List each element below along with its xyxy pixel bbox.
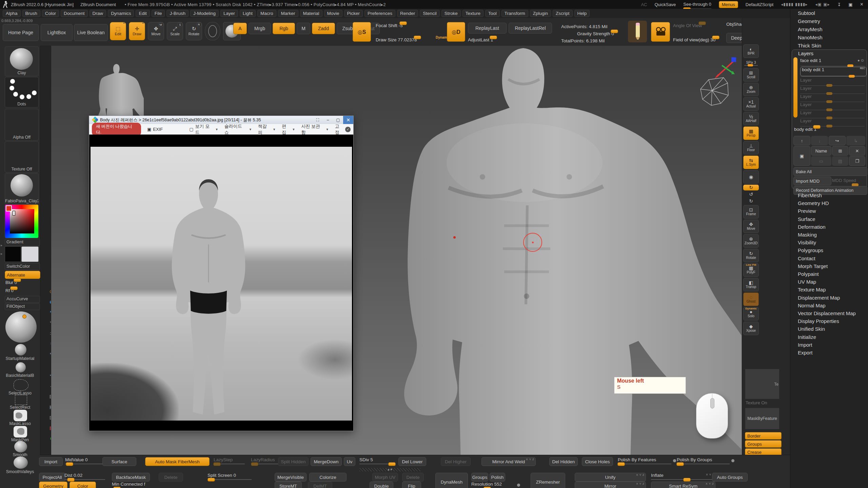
home-page-button[interactable]: Home Page (3, 24, 39, 41)
blur-slider[interactable]: Blur 0 (5, 280, 37, 285)
panel-section[interactable]: Surface (798, 216, 815, 222)
bottom-bar-item[interactable]: Auto Groups (712, 473, 748, 482)
menu-item[interactable]: Alpha (3, 10, 21, 17)
menu-item[interactable]: Picker (344, 10, 363, 17)
panel-section[interactable]: Texture Map (798, 287, 826, 292)
panel-section[interactable]: Display Properties (798, 318, 839, 324)
layer-row[interactable]: face edit 1 ● ⊙ (800, 58, 865, 65)
draw-size-slider[interactable]: Draw Size 77.02378 (376, 37, 433, 42)
panel-section[interactable]: FiberMesh (798, 192, 822, 198)
menu-item[interactable]: J-Brush (166, 10, 189, 17)
menu-item[interactable]: Zplugin (530, 10, 551, 17)
right-shelf-button[interactable]: ◧ Transp (743, 278, 759, 291)
right-shelf-button[interactable]: ✥ Move (743, 220, 759, 233)
field-of-view-slider[interactable]: Field of view(deg) 30 (673, 37, 721, 42)
slider-track[interactable] (64, 479, 105, 480)
default-zscript-button[interactable]: DefaultZScript (746, 2, 773, 7)
smooth-valleys-brush-icon[interactable] (14, 456, 28, 469)
bake-all-button[interactable]: Bake All (793, 167, 867, 176)
layer-row-empty[interactable]: Layer (800, 78, 865, 85)
right-shelf-button[interactable]: ↻ Rotate (743, 249, 759, 262)
menu-item[interactable]: Layer (220, 10, 238, 17)
bottom-bar-item[interactable]: Polish By Groups (677, 457, 730, 466)
current-material-sphere[interactable] (5, 311, 37, 343)
right-shelf-button[interactable]: ↻ (743, 198, 759, 204)
slider-knob[interactable] (813, 125, 821, 129)
bottom-bar-item[interactable]: Polish (490, 473, 505, 482)
layers-header[interactable]: Layers (798, 50, 813, 56)
pin-toggle[interactable]: 고정✓ (335, 123, 351, 136)
menu-item[interactable]: Help (574, 10, 590, 17)
panel-section[interactable]: Preview (798, 208, 816, 214)
menu-item[interactable]: Macro (257, 10, 276, 17)
right-shelf-button[interactable]: ◐ BPR (743, 44, 759, 58)
menus-button[interactable]: Menus (719, 1, 738, 8)
viewer-close-button[interactable]: ✕ (343, 116, 353, 124)
gravity-strength-slider[interactable]: Gravity Strength 0 (577, 31, 625, 36)
layer-eye-icon[interactable]: ● ⊙ (857, 58, 864, 63)
menu-item[interactable]: Stencil (420, 10, 440, 17)
see-through-slider[interactable]: See-through 0 (683, 2, 711, 7)
panel-section[interactable]: Deformation (798, 224, 826, 230)
tray-divider-chevron-icon[interactable]: ▸ (1, 252, 2, 256)
stroke-selector[interactable]: Dots (5, 77, 39, 107)
draw-size-icon[interactable]: ◎S (353, 22, 371, 42)
right-shelf-button[interactable]: Dynamic ● Solo (743, 307, 759, 321)
accucurve-button[interactable]: AccuCurve (5, 296, 40, 303)
panel-section[interactable]: Export (798, 350, 812, 355)
exif-button[interactable]: ▣EXIF (147, 127, 163, 132)
adjust-last-icon[interactable]: ◎D (447, 22, 465, 42)
fill-object-button[interactable]: FillObject (5, 303, 40, 310)
rename-layer-button[interactable]: Name (811, 146, 831, 156)
split-layer-button[interactable]: ▤ (832, 156, 848, 166)
mask-by-feature-button[interactable]: MaskByFeature (745, 408, 780, 429)
paint-mode-button[interactable]: Zadd (312, 23, 335, 34)
border-button[interactable]: Border (745, 432, 782, 440)
right-shelf-button[interactable]: ×1 Actual (743, 97, 759, 111)
panel-section[interactable]: Geometry HD (798, 200, 829, 206)
slider-knob[interactable] (414, 36, 421, 39)
replay-last-rel-button[interactable]: ReplayLastRel (509, 23, 552, 34)
bottom-bar-item[interactable]: Del Higher (441, 457, 471, 466)
main-color-swatch[interactable] (5, 246, 21, 262)
right-shelf-button[interactable]: ↺ (743, 191, 759, 197)
menu-item[interactable]: Stroke (441, 10, 461, 17)
bottom-bar-item[interactable]: Mirror And Weld X Y Z (481, 457, 536, 466)
layer-redo-button[interactable]: ↪ (829, 136, 846, 145)
bottom-bar-item[interactable]: Color (70, 482, 96, 488)
adjust-last-slider[interactable]: AdjustLast 1 (468, 37, 542, 42)
bottom-bar-item[interactable]: Del Hidden (549, 457, 578, 466)
right-shelf-button[interactable]: Dynamic ▦ Persp (743, 126, 759, 140)
bottom-bar-item[interactable]: LazyStep (214, 457, 245, 466)
bottom-bar-item[interactable]: Geometry (39, 482, 67, 488)
layer-row-empty[interactable]: Layer (800, 110, 865, 118)
right-shelf-button[interactable]: ⊡ Frame (743, 205, 759, 219)
tray-divider-chevron-icon[interactable]: ▸ (1, 243, 2, 247)
texture-preview-box[interactable]: Te (745, 369, 780, 399)
live-boolean-button[interactable]: Live Boolean (74, 24, 108, 41)
right-shelf-button[interactable]: ½ AAHalf (743, 112, 759, 125)
layer-row-selected[interactable]: body edit 1 REC (800, 67, 867, 76)
duplicate-layer-button[interactable]: ⊞ (832, 146, 848, 156)
paint-mode-button[interactable]: M (297, 23, 310, 34)
panel-section[interactable]: Polygroups (798, 247, 823, 253)
bottom-bar-item[interactable]: Inflate X Y Z (651, 473, 715, 482)
startup-material-sphere[interactable] (15, 344, 26, 355)
bottom-bar-item[interactable]: Split Hidden (278, 457, 309, 466)
layers-scrollbar[interactable] (793, 57, 797, 118)
menu-item[interactable]: Document (61, 10, 88, 17)
layer-row-empty[interactable]: Layer (800, 118, 865, 126)
bottom-bar-item[interactable]: Unify X Y Z (575, 473, 646, 482)
panel-section[interactable]: Polypaint (798, 271, 819, 277)
slider-knob[interactable] (712, 36, 719, 39)
layer-intensity-knob[interactable] (849, 75, 855, 78)
viewer-minimize-button[interactable]: – (323, 116, 333, 124)
tool-button[interactable]: M ✥ Move (148, 22, 164, 40)
bottom-bar-item[interactable]: DelMT (308, 482, 332, 488)
panel-section[interactable]: Subtool (798, 10, 815, 16)
menu-item[interactable]: Dynamics (108, 10, 134, 17)
toggle-dot[interactable] (731, 459, 734, 462)
groups-button[interactable]: Groups (745, 440, 782, 448)
bottom-bar-item[interactable]: Delete (159, 473, 183, 482)
menu-item[interactable]: Color (42, 10, 59, 17)
